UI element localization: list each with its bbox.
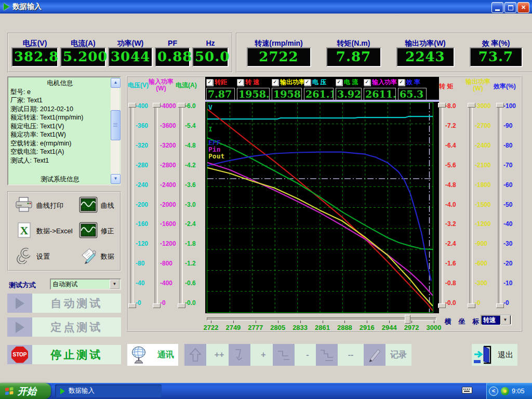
tray-app-icon[interactable]	[501, 387, 509, 395]
tool-button-设置[interactable]: 设置	[8, 246, 73, 268]
axis-slider-thumb[interactable]	[438, 303, 446, 308]
axis-tick-label: -0	[503, 299, 509, 307]
chart-plot[interactable]: VIEFFPinPout	[207, 102, 433, 313]
axis-tick-label: -7.2	[445, 122, 456, 129]
curve-label-I: I	[208, 126, 212, 132]
tool-button-label: 数据->Excel	[36, 227, 73, 236]
axis-slider-thumb[interactable]	[496, 103, 504, 108]
test-button-停止测试[interactable]: STOP停止测试	[7, 345, 121, 364]
tool-button-曲线打印[interactable]: 曲线打印	[8, 195, 73, 217]
axis-tick-label: -0.0	[445, 299, 456, 307]
axis-slider-thumb[interactable]	[496, 303, 504, 308]
test-button-label: 定点测试	[32, 317, 121, 337]
axis-slider-thumb[interactable]	[128, 103, 136, 108]
tool-button-修正[interactable]: 修正	[73, 220, 120, 242]
axis-tick-label: -40	[136, 280, 144, 287]
meter-label: 功率(W)	[117, 39, 144, 47]
axis-tick-label: -5.6	[445, 162, 456, 169]
printer-icon	[15, 196, 33, 215]
tool-button-数据->Excel[interactable]: X数据->Excel	[8, 220, 73, 242]
test-mode-select[interactable]: 自动测试 ▼	[50, 278, 121, 290]
axis-slider-thumb[interactable]	[438, 103, 446, 108]
series-cursor-value: 2611.0	[364, 88, 396, 101]
checkbox-checked-icon[interactable]: ✓	[398, 79, 405, 86]
tool-button-label: 曲线打印	[36, 201, 63, 210]
scrollbar[interactable]: ▲ ▼	[111, 78, 119, 184]
task-app-icon	[60, 388, 65, 394]
meter-label: 输出功率(W)	[405, 39, 446, 47]
axis-slider-thumb[interactable]	[468, 103, 475, 108]
checkbox-checked-icon[interactable]: ✓	[206, 79, 213, 86]
series-column-电 流: ✓电 流3.92	[336, 78, 364, 101]
axis-tick-label: -3.0	[185, 201, 196, 208]
meter-value: 73.7	[470, 47, 523, 67]
checkbox-checked-icon[interactable]: ✓	[237, 79, 244, 86]
meter-电流(A): 电流(A)5.200	[60, 39, 106, 67]
titlebar: 数据输入 ✕	[0, 0, 532, 14]
axis-slider-thumb[interactable]	[468, 303, 475, 308]
axis-tick-label: -0.6	[185, 280, 196, 287]
h-coord-arrow-icon[interactable]: ▼	[500, 315, 510, 325]
axis-slider-输出功率[interactable]	[469, 104, 473, 307]
axis-tick-label: -800	[160, 260, 172, 267]
keyboard-icon[interactable]	[462, 387, 472, 394]
axis-tick-label: -3200	[160, 142, 176, 149]
motor-info-line: 空载转速: e(rmp/min)	[10, 139, 110, 148]
record-button[interactable]: 记录	[364, 344, 411, 366]
zoom-p-button[interactable]: +	[229, 344, 276, 366]
scroll-down-icon[interactable]: ▼	[111, 174, 121, 184]
tool-button-数据[interactable]: 数据	[73, 246, 120, 268]
axis-tick-label: -240	[136, 181, 148, 189]
start-button[interactable]: 开始	[0, 383, 51, 399]
x-scroll-slider[interactable]	[207, 315, 435, 322]
axis-tick-label: -3600	[160, 122, 176, 129]
dropdown-arrow-icon[interactable]: ▼	[110, 280, 119, 289]
axis-slider-输入功率[interactable]	[154, 104, 158, 307]
minimize-button[interactable]	[491, 2, 503, 13]
close-button[interactable]: ✕	[517, 2, 529, 13]
comm-button[interactable]: 通讯	[127, 344, 178, 366]
output-meters-panel: 转速(rmp/min)2722转矩(N.m)7.87输出功率(W)2243效 率…	[236, 33, 532, 73]
axis-slider-thumb[interactable]	[128, 303, 136, 308]
axis-slider-thumb[interactable]	[178, 303, 185, 308]
series-toggle-label: 转 速	[245, 78, 259, 87]
axis-slider-thumb[interactable]	[153, 103, 161, 108]
axis-slider-效率(%)[interactable]	[498, 104, 501, 307]
series-toggle: ✓转距	[206, 78, 237, 86]
restore-button[interactable]	[504, 2, 516, 13]
meter-value: 0.88	[155, 47, 190, 67]
zoom-pp-button[interactable]: ++	[184, 344, 232, 366]
tool-button-曲线[interactable]: 曲线	[73, 195, 120, 217]
taskbar-item[interactable]: 数据输入	[55, 384, 162, 397]
axis-slider-thumb[interactable]	[178, 103, 185, 108]
checkbox-checked-icon[interactable]: ✓	[272, 79, 278, 86]
zoom-m-button[interactable]: -	[273, 344, 321, 366]
app-window: 数据输入 ✕ 电压(V)382.8电流(A)5.200功率(W)3044PF0.…	[0, 0, 532, 399]
checkbox-checked-icon[interactable]: ✓	[336, 79, 342, 86]
scroll-thumb[interactable]	[111, 110, 121, 140]
axis-slider-转 矩[interactable]	[440, 104, 443, 307]
start-label: 开始	[18, 385, 36, 397]
checkbox-checked-icon[interactable]: ✓	[364, 79, 370, 86]
curve-EFF	[207, 152, 431, 281]
axis-slider-电压(V)[interactable]	[130, 104, 134, 307]
axis-tick-label: -100	[503, 102, 516, 110]
meter-value: 2722	[247, 47, 311, 67]
axis-slider-thumb[interactable]	[153, 303, 161, 308]
window-title: 数据输入	[12, 2, 42, 11]
tray-chevron-icon[interactable]: <	[489, 387, 498, 396]
x-slider-thumb[interactable]	[405, 315, 410, 324]
axis-tick-label: -30	[503, 240, 512, 247]
axis-slider-电流(A)[interactable]	[179, 104, 183, 307]
x-tick-label: 2833	[289, 324, 312, 331]
axis-tick-label: -280	[136, 162, 148, 169]
zoom-mm-button[interactable]: --	[316, 344, 364, 366]
series-cursor-value: 3.92	[336, 88, 362, 101]
axis-title-输入功率: 输入功率(W)	[149, 78, 174, 92]
curve-label-Pout: Pout	[208, 153, 224, 159]
scroll-up-icon[interactable]: ▲	[111, 78, 121, 88]
h-coord-select[interactable]: 转速 ▼	[481, 315, 512, 325]
exit-button[interactable]: 退出	[472, 344, 517, 366]
checkbox-checked-icon[interactable]: ✓	[304, 79, 311, 86]
series-toggle: ✓转 速	[237, 78, 272, 86]
